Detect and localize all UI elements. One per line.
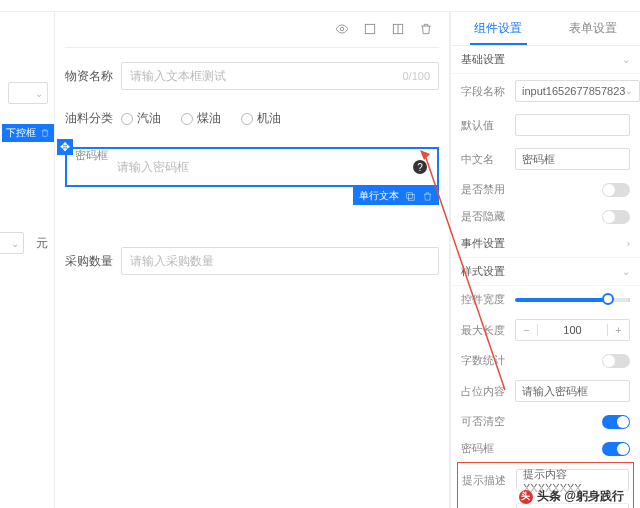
selected-component-password[interactable]: ✥ 密码框 请输入密码框 ? 单行文本 — [65, 147, 439, 187]
prop-placeholder-input[interactable]: 请输入密码框 — [515, 380, 630, 402]
svg-rect-5 — [407, 192, 413, 198]
spinner-maxlen[interactable]: −100+ — [515, 319, 630, 341]
copy-icon[interactable] — [405, 191, 416, 202]
trash-icon — [40, 128, 50, 138]
switch-clearable[interactable] — [602, 415, 630, 429]
switch-disabled[interactable] — [602, 183, 630, 197]
chevron-down-icon: ⌄ — [622, 54, 630, 65]
prop-maxlen-label: 最大长度 — [461, 323, 507, 338]
left-select-2[interactable]: ⌄ — [0, 232, 24, 254]
label-fuel-type: 油料分类 — [65, 110, 121, 127]
section-style[interactable]: 样式设置⌄ — [451, 258, 640, 286]
prop-field-name-label: 字段名称 — [461, 84, 507, 99]
label-material-name: 物资名称 — [65, 68, 121, 85]
prop-default-input[interactable] — [515, 114, 630, 136]
prop-cnname-input[interactable]: 密码框 — [515, 148, 630, 170]
selected-placeholder: 请输入密码框 — [117, 159, 189, 176]
switch-wordcount[interactable] — [602, 354, 630, 368]
svg-rect-4 — [409, 194, 415, 200]
radio-engine-oil[interactable]: 机油 — [241, 110, 281, 127]
field-material-name: 物资名称 请输入文本框测试 0/100 — [65, 62, 439, 90]
form-canvas: 物资名称 请输入文本框测试 0/100 油料分类 汽油 煤油 机油 ✥ 密码框 … — [55, 12, 450, 508]
tab-component-settings[interactable]: 组件设置 — [451, 12, 546, 45]
unit-label: 元 — [36, 235, 48, 252]
prop-tipdesc-label: 提示描述 — [462, 473, 508, 488]
trash-icon[interactable] — [422, 191, 433, 202]
prop-pwd-label: 密码框 — [461, 441, 507, 456]
prop-field-name-select[interactable]: input1652677857823⌄ — [515, 80, 640, 102]
prop-wordcount-label: 字数统计 — [461, 353, 507, 368]
drop-below-label: 下控框 — [6, 126, 36, 140]
footer-type-label: 单行文本 — [359, 189, 399, 203]
field-quantity: 采购数量 请输入采购数量 — [65, 247, 439, 275]
radio-gasoline[interactable]: 汽油 — [121, 110, 161, 127]
eye-icon[interactable] — [335, 22, 349, 39]
drop-below-tag[interactable]: 下控框 — [2, 124, 54, 142]
prop-hidden-label: 是否隐藏 — [461, 209, 507, 224]
properties-panel: 组件设置 表单设置 基础设置⌄ 字段名称 input1652677857823⌄… — [450, 12, 640, 508]
svg-point-0 — [340, 27, 344, 31]
chevron-down-icon: ⌄ — [622, 266, 630, 277]
input-quantity[interactable]: 请输入采购数量 — [121, 247, 439, 275]
input-placeholder: 请输入文本框测试 — [130, 68, 226, 85]
svg-rect-1 — [365, 24, 374, 33]
watermark: 头 头条 @躬身践行 — [515, 487, 628, 506]
toutiao-logo-icon: 头 — [519, 490, 533, 504]
char-counter: 0/100 — [402, 70, 430, 82]
label-quantity: 采购数量 — [65, 253, 121, 270]
switch-password[interactable] — [602, 442, 630, 456]
prop-default-label: 默认值 — [461, 118, 507, 133]
selected-footer: 单行文本 — [353, 187, 439, 205]
section-event[interactable]: 事件设置› — [451, 230, 640, 258]
layout-split-icon[interactable] — [391, 22, 405, 39]
switch-hidden[interactable] — [602, 210, 630, 224]
input-placeholder: 请输入采购数量 — [130, 253, 214, 270]
move-icon[interactable]: ✥ — [57, 139, 73, 155]
trash-icon[interactable] — [419, 22, 433, 39]
minus-button[interactable]: − — [516, 324, 538, 336]
prop-disabled-label: 是否禁用 — [461, 182, 507, 197]
field-fuel-type: 油料分类 汽油 煤油 机油 — [65, 110, 439, 127]
left-sidebar: ⌄ 下控框 ⌄ 元 — [0, 12, 55, 508]
prop-clearable-label: 可否清空 — [461, 414, 507, 429]
plus-button[interactable]: + — [607, 324, 629, 336]
prop-width-label: 控件宽度 — [461, 292, 507, 307]
prop-cnname-label: 中文名 — [461, 152, 507, 167]
section-basic[interactable]: 基础设置⌄ — [451, 46, 640, 74]
layout-single-icon[interactable] — [363, 22, 377, 39]
watermark-text: 头条 @躬身践行 — [537, 488, 624, 505]
help-icon[interactable]: ? — [413, 160, 427, 174]
left-select-1[interactable]: ⌄ — [8, 82, 48, 104]
radio-kerosene[interactable]: 煤油 — [181, 110, 221, 127]
chevron-right-icon: › — [627, 238, 630, 249]
tab-form-settings[interactable]: 表单设置 — [546, 12, 641, 45]
prop-placeholder-label: 占位内容 — [461, 384, 507, 399]
selected-label: 密码框 — [75, 148, 108, 163]
input-material-name[interactable]: 请输入文本框测试 0/100 — [121, 62, 439, 90]
slider-width[interactable] — [515, 298, 630, 302]
